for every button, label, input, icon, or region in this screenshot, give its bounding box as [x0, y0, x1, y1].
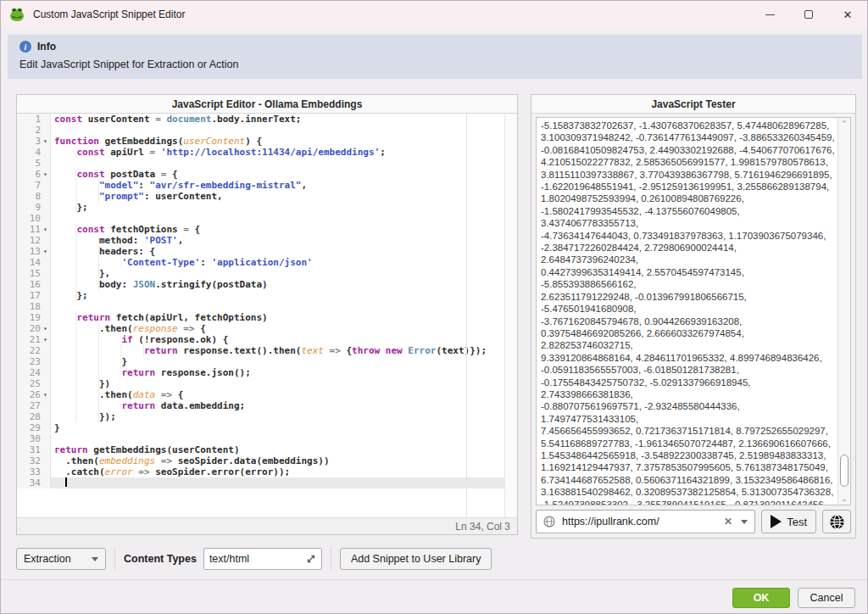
code-line-text[interactable]: 'Content-Type': 'application/json' [51, 257, 517, 268]
code-line-text[interactable]: const userContent = document.body.innerT… [51, 114, 517, 125]
line-number-gutter[interactable]: 5 [17, 158, 51, 169]
code-line-text[interactable]: "model": "avr/sfr-embedding-mistral", [51, 180, 517, 191]
line-number-gutter[interactable]: 30 [17, 433, 51, 444]
line-number-gutter[interactable]: 29 [17, 422, 51, 433]
line-number-gutter[interactable]: 10 [17, 213, 51, 224]
scrollbar-rail[interactable] [838, 129, 850, 494]
code-line-text[interactable]: const apiUrl = 'http://localhost:11434/a… [51, 147, 517, 158]
fold-toggle-icon[interactable]: ▾ [41, 246, 50, 257]
code-line-text[interactable]: .catch(error => seoSpider.error(error)); [51, 466, 517, 477]
code-line-text[interactable]: method: 'POST', [51, 235, 517, 246]
open-in-browser-button[interactable] [822, 510, 851, 533]
line-number-gutter[interactable]: 7 [17, 180, 51, 191]
line-number-gutter[interactable]: 25 [17, 378, 51, 389]
line-number-gutter[interactable]: 9 [17, 202, 51, 213]
line-number-gutter[interactable]: 34 [17, 477, 51, 488]
cursor-position-status: Ln 34, Col 3 [17, 517, 517, 534]
line-number-gutter[interactable]: 20▾ [17, 323, 51, 334]
code-line-text[interactable]: }) [51, 378, 517, 389]
line-number-gutter[interactable]: 17 [17, 290, 51, 301]
code-line-text[interactable]: return getEmbeddings(userContent) [51, 444, 517, 455]
fold-toggle-icon[interactable]: ▾ [41, 224, 50, 235]
code-line-text[interactable]: body: JSON.stringify(postData) [51, 279, 517, 290]
test-url-value[interactable]: https://ipullrank.com/ [562, 516, 717, 527]
code-line-text[interactable]: } [51, 422, 517, 433]
expand-field-icon[interactable] [306, 554, 316, 564]
line-number-gutter[interactable]: 28 [17, 411, 51, 422]
fold-toggle-icon[interactable]: ▾ [41, 169, 50, 180]
code-line-text[interactable]: .then(data => { [51, 389, 517, 400]
code-line-text[interactable]: "prompt": userContent, [51, 191, 517, 202]
line-number-gutter[interactable]: 14 [17, 257, 51, 268]
code-line-text[interactable]: function getEmbeddings(userContent) { [51, 136, 517, 147]
test-url-combobox[interactable]: https://ipullrank.com/ ✕ [536, 510, 755, 533]
code-line-text[interactable] [51, 158, 517, 169]
tester-scrollbar[interactable]: ⌃ ⌄ [837, 118, 850, 505]
line-number-gutter[interactable]: 21▾ [17, 334, 51, 345]
line-number-gutter[interactable]: 27 [17, 400, 51, 411]
code-line-text[interactable] [51, 301, 517, 312]
line-number-gutter[interactable]: 6▾ [17, 169, 51, 180]
test-button[interactable]: Test [761, 510, 816, 533]
scrollbar-thumb[interactable] [840, 455, 849, 487]
line-number-gutter[interactable]: 2 [17, 125, 51, 136]
line-number-gutter[interactable]: 22 [17, 345, 51, 356]
line-number-gutter[interactable]: 19 [17, 312, 51, 323]
fold-toggle-icon[interactable]: ▾ [41, 334, 50, 345]
line-number-gutter[interactable]: 24 [17, 367, 51, 378]
code-line-text[interactable]: return data.embedding; [51, 400, 517, 411]
ok-button[interactable]: OK [732, 588, 790, 608]
line-number-gutter[interactable]: 16 [17, 279, 51, 290]
code-line-text[interactable] [51, 213, 517, 224]
line-number-gutter[interactable]: 23 [17, 356, 51, 367]
scroll-up-icon[interactable]: ⌃ [841, 119, 848, 129]
line-number-gutter[interactable]: 26▾ [17, 389, 51, 400]
line-number-gutter[interactable]: 11▾ [17, 224, 51, 235]
cancel-button[interactable]: Cancel [798, 588, 855, 608]
fold-toggle-icon[interactable]: ▾ [41, 136, 50, 147]
clear-url-icon[interactable]: ✕ [724, 516, 732, 527]
snippet-type-dropdown[interactable]: Extraction [16, 548, 106, 570]
minimize-button[interactable] [750, 1, 789, 28]
line-number-gutter[interactable]: 18 [17, 301, 51, 312]
code-line-text[interactable]: }, [51, 268, 517, 279]
scroll-down-icon[interactable]: ⌄ [841, 494, 848, 504]
code-editor[interactable]: 1const userContent = document.body.inner… [17, 114, 517, 517]
line-number-gutter[interactable]: 8 [17, 191, 51, 202]
line-number-gutter[interactable]: 4 [17, 147, 51, 158]
editor-scrollbar-track[interactable] [504, 114, 517, 517]
line-number-gutter[interactable]: 31 [17, 444, 51, 455]
code-line-text[interactable] [51, 125, 517, 136]
maximize-button[interactable] [789, 1, 828, 28]
line-number-gutter[interactable]: 33 [17, 466, 51, 477]
code-line-text[interactable]: return fetch(apiUrl, fetchOptions) [51, 312, 517, 323]
code-line-text[interactable] [51, 433, 517, 444]
line-number-gutter[interactable]: 12 [17, 235, 51, 246]
code-line-text[interactable]: if (!response.ok) { [51, 334, 517, 345]
code-line-text[interactable]: return response.json(); [51, 367, 517, 378]
code-line-text[interactable]: headers: { [51, 246, 517, 257]
code-line-text[interactable] [51, 477, 517, 488]
code-line-text[interactable]: }; [51, 202, 517, 213]
tester-output-text[interactable]: -5.158373832702637, -1.430768370628357, … [537, 118, 837, 505]
code-line-text[interactable]: .then(response => { [51, 323, 517, 334]
code-line-text[interactable]: const fetchOptions = { [51, 224, 517, 235]
content-types-input[interactable]: text/html [203, 548, 322, 570]
code-line-text[interactable]: }); [51, 411, 517, 422]
code-line-text[interactable]: const postData = { [51, 169, 517, 180]
content-types-value[interactable]: text/html [209, 553, 303, 565]
line-number-gutter[interactable]: 3▾ [17, 136, 51, 147]
code-line-text[interactable]: } [51, 356, 517, 367]
close-button[interactable]: ✕ [828, 1, 867, 28]
fold-toggle-icon[interactable]: ▾ [41, 389, 50, 400]
line-number-gutter[interactable]: 1 [17, 114, 51, 125]
fold-toggle-icon[interactable]: ▾ [41, 323, 50, 334]
code-line-text[interactable]: .then(embeddings => seoSpider.data(embed… [51, 455, 517, 466]
line-number-gutter[interactable]: 13▾ [17, 246, 51, 257]
add-snippet-to-library-button[interactable]: Add Snippet to User Library [340, 548, 492, 570]
code-line-text[interactable]: }; [51, 290, 517, 301]
line-number-gutter[interactable]: 15 [17, 268, 51, 279]
code-line-text[interactable]: return response.text().then(text => {thr… [51, 345, 517, 356]
url-dropdown-caret-icon[interactable] [741, 520, 748, 524]
line-number-gutter[interactable]: 32 [17, 455, 51, 466]
